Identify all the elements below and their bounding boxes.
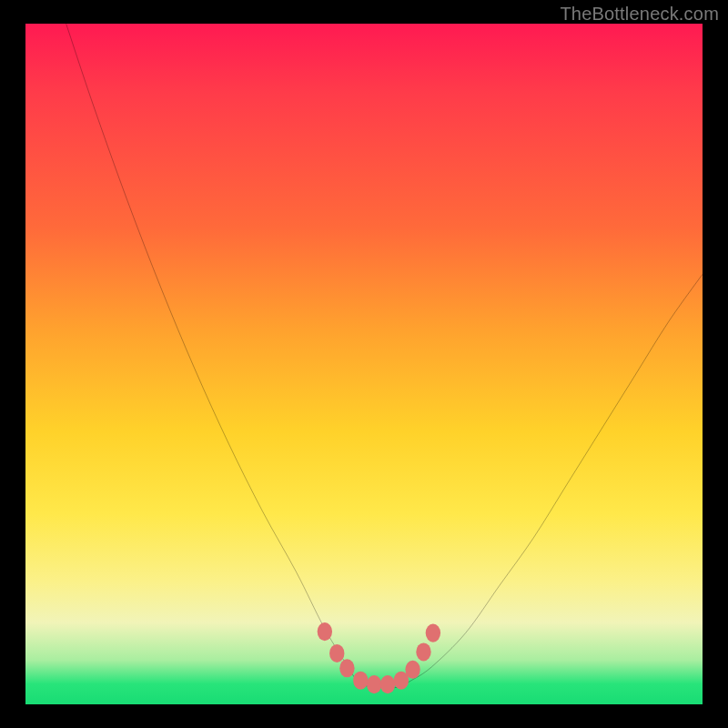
marker-dot xyxy=(339,659,354,677)
marker-dot xyxy=(380,675,395,693)
highlight-markers xyxy=(318,622,440,693)
curve-layer xyxy=(25,24,703,701)
marker-dot xyxy=(318,622,332,641)
marker-dot xyxy=(426,624,440,642)
marker-dot xyxy=(329,644,344,662)
plot-area xyxy=(25,24,703,704)
watermark-text: TheBottleneck.com xyxy=(560,4,719,25)
bottleneck-curve xyxy=(66,24,703,688)
marker-dot xyxy=(353,672,368,690)
marker-dot xyxy=(405,661,420,679)
marker-dot xyxy=(367,675,381,693)
chart-frame: TheBottleneck.com xyxy=(0,0,728,728)
marker-dot xyxy=(416,642,430,661)
